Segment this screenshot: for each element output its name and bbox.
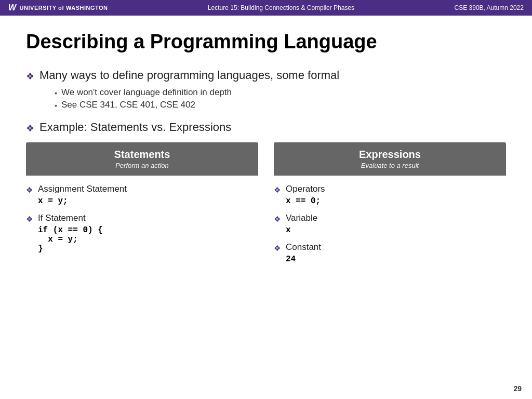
sub-bullet-1-2: ▪ See CSE 341, CSE 401, CSE 402 (55, 100, 506, 110)
if-label: If Statement (38, 213, 103, 223)
diamond-icon-4: ❖ (26, 215, 33, 224)
expressions-item-1-content: Operators x == 0; (286, 184, 325, 206)
main-bullet-1: ❖ Many ways to define programming langua… (26, 69, 506, 82)
expressions-item-3-content: Constant 24 (286, 242, 321, 264)
sub-bullet-1-1-text: We won't cover language definition in de… (61, 87, 232, 98)
two-column-layout: Statements Perform an action ❖ Assignmen… (26, 142, 506, 271)
statements-item-2: ❖ If Statement if (x == 0) { x = y; } (26, 213, 258, 254)
operators-code: x == 0; (286, 196, 325, 206)
statements-column: Statements Perform an action ❖ Assignmen… (26, 142, 258, 261)
diamond-icon-1: ❖ (26, 71, 34, 82)
expressions-item-2-content: Variable x (286, 213, 317, 235)
sub-bullets-1: ▪ We won't cover language definition in … (55, 87, 506, 110)
assignment-label: Assignment Statement (38, 184, 127, 194)
variable-code: x (286, 225, 317, 235)
diamond-icon-2: ❖ (26, 123, 34, 134)
expressions-item-2: ❖ Variable x (274, 213, 506, 235)
statements-title: Statements (34, 149, 250, 161)
course-info: CSE 390B, Autumn 2022 (455, 4, 524, 11)
bullet1-text: Many ways to define programming language… (39, 69, 339, 82)
statements-header: Statements Perform an action (26, 142, 258, 176)
sub-marker-2: ▪ (55, 101, 57, 110)
bullet-section-1: ❖ Many ways to define programming langua… (26, 69, 506, 110)
university-name: UNIVERSITY of WASHINGTON (20, 5, 108, 11)
statements-item-2-content: If Statement if (x == 0) { x = y; } (38, 213, 103, 254)
expressions-subtitle: Evaluate to a result (282, 162, 498, 169)
lecture-title: Lecture 15: Building Connections & Compi… (208, 4, 354, 11)
statements-subtitle: Perform an action (34, 162, 250, 169)
header-bar: W UNIVERSITY of WASHINGTON Lecture 15: B… (0, 0, 532, 16)
expressions-column: Expressions Evaluate to a result ❖ Opera… (274, 142, 506, 271)
constant-code: 24 (286, 255, 321, 264)
statements-item-1-content: Assignment Statement x = y; (38, 184, 127, 206)
constant-label: Constant (286, 242, 321, 252)
uw-w-letter: W (8, 3, 17, 12)
diamond-icon-6: ❖ (274, 215, 281, 224)
slide-number: 29 (513, 384, 522, 393)
variable-label: Variable (286, 213, 317, 223)
expressions-item-1: ❖ Operators x == 0; (274, 184, 506, 206)
slide-title: Describing a Programming Language (26, 31, 506, 53)
sub-bullet-1-2-text: See CSE 341, CSE 401, CSE 402 (61, 100, 195, 110)
main-bullet-2: ❖ Example: Statements vs. Expressions (26, 121, 506, 134)
diamond-icon-7: ❖ (274, 244, 281, 253)
expressions-title: Expressions (282, 149, 498, 161)
assignment-code: x = y; (38, 196, 127, 206)
expressions-item-3: ❖ Constant 24 (274, 242, 506, 264)
diamond-icon-3: ❖ (26, 185, 33, 195)
statements-item-1: ❖ Assignment Statement x = y; (26, 184, 258, 206)
bullet2-text: Example: Statements vs. Expressions (39, 121, 231, 134)
diamond-icon-5: ❖ (274, 185, 281, 195)
if-code: if (x == 0) { x = y; } (38, 225, 103, 254)
sub-marker-1: ▪ (55, 89, 57, 97)
operators-label: Operators (286, 184, 325, 194)
sub-bullet-1-1: ▪ We won't cover language definition in … (55, 87, 506, 98)
university-logo: W UNIVERSITY of WASHINGTON (8, 3, 108, 12)
expressions-header: Expressions Evaluate to a result (274, 142, 506, 176)
slide-content: Describing a Programming Language ❖ Many… (0, 16, 532, 282)
bullet-section-2: ❖ Example: Statements vs. Expressions St… (26, 121, 506, 271)
